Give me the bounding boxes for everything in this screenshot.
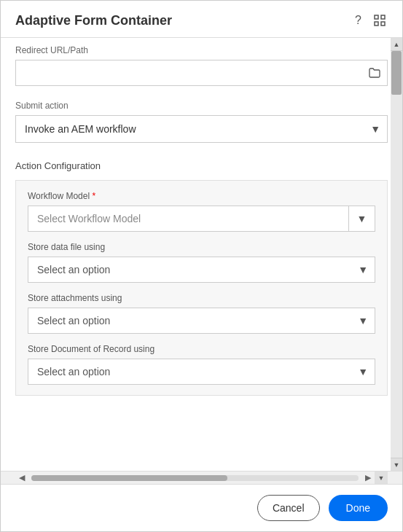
store-attachments-select[interactable]: Select an option [28, 308, 375, 334]
modal-title: Adaptive Form Container [15, 13, 172, 28]
submit-action-select[interactable]: Invoke an AEM workflow Submit to REST en… [15, 115, 388, 143]
store-document-select[interactable]: Select an option [28, 359, 375, 385]
h-scroll-track [31, 475, 359, 481]
store-document-select-wrapper: Select an option ▼ [28, 359, 375, 385]
done-button[interactable]: Done [329, 495, 388, 521]
header-icons: ? [353, 12, 388, 28]
workflow-model-field: Workflow Model * Select Workflow Model ▼ [28, 191, 375, 232]
fullscreen-button[interactable] [372, 12, 388, 28]
modal-container: Adaptive Form Container ? Redirect URL/P… [0, 0, 403, 532]
store-attachments-select-wrapper: Select an option ▼ [28, 308, 375, 334]
store-attachments-label: Store attachments using [28, 293, 375, 303]
scroll-down-corner-button[interactable]: ▼ [375, 472, 388, 485]
submit-action-select-wrapper: Invoke an AEM workflow Submit to REST en… [15, 115, 388, 143]
store-data-file-select[interactable]: Select an option [28, 257, 375, 283]
redirect-url-input-wrapper [15, 60, 388, 86]
fullscreen-icon [373, 14, 386, 27]
help-button[interactable]: ? [353, 12, 363, 28]
folder-icon [369, 68, 380, 78]
workflow-model-select[interactable]: Select Workflow Model [28, 206, 349, 232]
svg-rect-2 [375, 22, 378, 26]
h-scroll-thumb [31, 475, 227, 481]
modal-footer: Cancel Done [1, 484, 402, 531]
vertical-scrollbar: ▲ ▼ [391, 38, 402, 471]
modal-header: Adaptive Form Container ? [1, 1, 402, 38]
action-config-inner: Workflow Model * Select Workflow Model ▼ [15, 180, 388, 396]
scroll-thumb [391, 51, 402, 95]
workflow-model-label: Workflow Model * [28, 191, 375, 201]
workflow-model-chevron-button[interactable]: ▼ [349, 206, 375, 232]
redirect-url-label: Redirect URL/Path [15, 45, 388, 55]
svg-rect-1 [381, 15, 385, 19]
horizontal-scrollbar: ◀ ▶ ▼ [1, 471, 402, 484]
redirect-url-input[interactable] [15, 60, 361, 86]
submit-action-label: Submit action [15, 101, 388, 111]
scroll-down-button[interactable]: ▼ [391, 458, 402, 471]
action-config-section: Action Configuration Workflow Model * Se… [1, 150, 402, 403]
store-data-file-select-wrapper: Select an option ▼ [28, 257, 375, 283]
workflow-model-select-wrapper: Select Workflow Model ▼ [28, 206, 375, 232]
scroll-track [391, 51, 402, 458]
store-data-file-label: Store data file using [28, 242, 375, 252]
svg-rect-3 [381, 22, 385, 26]
folder-browse-button[interactable] [361, 60, 388, 86]
svg-rect-0 [375, 15, 378, 19]
scroll-up-button[interactable]: ▲ [391, 38, 402, 51]
store-document-label: Store Document of Record using [28, 344, 375, 354]
cancel-button[interactable]: Cancel [257, 495, 320, 521]
action-config-label: Action Configuration [15, 160, 388, 171]
scroll-left-button[interactable]: ◀ [15, 472, 28, 485]
required-star: * [90, 191, 95, 201]
help-icon: ? [355, 14, 361, 27]
store-document-field: Store Document of Record using Select an… [28, 344, 375, 385]
submit-action-section: Submit action Invoke an AEM workflow Sub… [1, 93, 402, 150]
store-attachments-field: Store attachments using Select an option… [28, 293, 375, 334]
scroll-area: Redirect URL/Path Submit action [1, 38, 402, 410]
store-data-file-field: Store data file using Select an option ▼ [28, 242, 375, 283]
modal-body: Redirect URL/Path Submit action [1, 38, 402, 471]
redirect-url-section: Redirect URL/Path [1, 38, 402, 93]
scroll-right-button[interactable]: ▶ [361, 472, 375, 485]
